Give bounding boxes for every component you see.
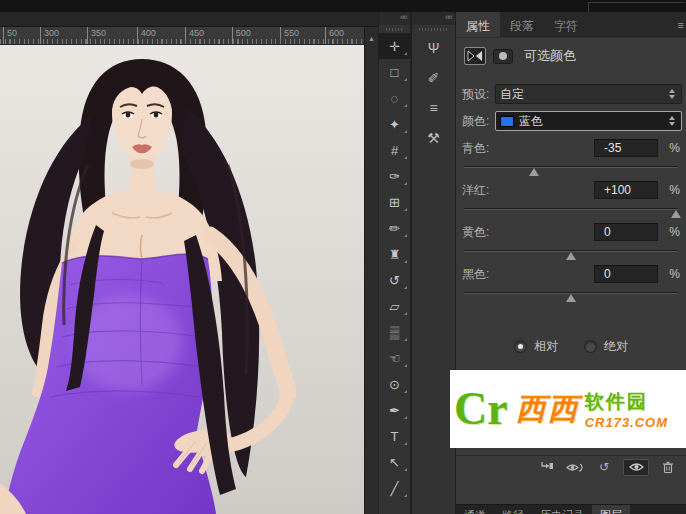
properties-tab-bar: 属性 段落 字符 ≡	[456, 12, 686, 38]
photoshop-window: 50 300 350 400 450 500 550	[0, 0, 686, 514]
dock-collapse-icon[interactable]: ««	[412, 12, 455, 25]
dodge-tool[interactable]: ⊙	[379, 371, 410, 397]
slider-value-input[interactable]: -35	[594, 139, 658, 157]
app-top-strip	[0, 0, 686, 12]
color-select[interactable]: 蓝色	[495, 111, 682, 131]
dock-panel-tab[interactable]: 历史记录	[532, 505, 592, 514]
slider-thumb[interactable]	[566, 294, 576, 302]
watermark-site-name: 西西	[516, 389, 580, 430]
rectangular-marquee-tool[interactable]: □	[379, 59, 410, 85]
view-previous-state-icon[interactable]	[565, 459, 585, 476]
dock-panel-tab[interactable]: 通道	[456, 505, 494, 514]
toolbar-collapse-icon[interactable]: ««	[379, 12, 410, 25]
panel-tab[interactable]: 字符	[544, 12, 588, 37]
slider-value-input[interactable]: 0	[594, 223, 658, 241]
slider-thumb[interactable]	[529, 168, 539, 176]
pen-tool[interactable]: ✒	[379, 397, 410, 423]
ruler-minor-ticks	[0, 39, 364, 44]
clone-source-panel-icon[interactable]: ≡	[412, 93, 455, 123]
document-tab-bar	[0, 12, 378, 27]
tool-presets-panel-icon[interactable]: ⚒	[412, 123, 455, 153]
panel-actions-bar: ↺	[456, 455, 686, 478]
eraser-tool[interactable]: ▱	[379, 293, 410, 319]
move-tool[interactable]: ✛	[379, 33, 410, 59]
gradient-tool[interactable]: ▒	[379, 319, 410, 345]
brush-tool[interactable]: ✏	[379, 215, 410, 241]
color-swatch	[500, 116, 514, 127]
slider-value-input[interactable]: 0	[594, 265, 658, 283]
select-arrows-icon	[669, 116, 677, 126]
path-selection-tool[interactable]: ↖	[379, 449, 410, 475]
adjustment-title: 可选颜色	[524, 47, 576, 65]
crop-tool[interactable]: #	[379, 137, 410, 163]
smudge-tool[interactable]: ☜	[379, 345, 410, 371]
select-arrows-icon	[669, 89, 677, 99]
reset-icon[interactable]: ↺	[594, 459, 614, 476]
watermark-site-suffix: 软件园	[585, 389, 668, 415]
radio-circle-icon[interactable]	[584, 340, 597, 353]
panel-tab[interactable]: 属性	[456, 12, 500, 37]
toolbar-grip[interactable]	[386, 28, 403, 31]
slider-track[interactable]	[464, 292, 678, 294]
layer-mask-icon[interactable]	[493, 49, 513, 64]
radio-circle-icon[interactable]	[514, 340, 527, 353]
slider-thumb[interactable]	[671, 210, 681, 218]
slider-thumb[interactable]	[566, 252, 576, 260]
yellow-slider: 黄色: 0 %	[456, 220, 686, 262]
cyan-slider: 青色: -35 %	[456, 136, 686, 178]
dock-grip[interactable]	[419, 28, 448, 31]
method-radio[interactable]: 相对	[514, 338, 558, 355]
line-tool[interactable]: ╱	[379, 475, 410, 501]
preset-select[interactable]: 自定	[495, 84, 682, 104]
panel-tab[interactable]: 段落	[500, 12, 544, 37]
slider-track[interactable]	[464, 208, 678, 210]
dock-panel-tab[interactable]: 图层	[592, 505, 630, 514]
healing-brush-tool[interactable]: ⊞	[379, 189, 410, 215]
brush-presets-panel-icon[interactable]: ✐	[412, 63, 455, 93]
photo-illustration	[0, 45, 364, 514]
clone-stamp-tool[interactable]: ♜	[379, 241, 410, 267]
brush-panel-icon[interactable]: Ψ	[412, 33, 455, 63]
lasso-tool[interactable]: ◌	[379, 85, 410, 111]
dock-panel-tab[interactable]: 路径	[494, 505, 532, 514]
magenta-slider: 洋红: +100 %	[456, 178, 686, 220]
tools-toolbar: «« ✛ □ ◌ ✦ #	[378, 12, 411, 514]
watermark-domain: CR173.COM	[585, 415, 668, 430]
preset-label: 预设:	[462, 86, 495, 103]
type-tool[interactable]: T	[379, 423, 410, 449]
panel-dock-top-edge	[588, 2, 685, 12]
delete-adjustment-trash-icon[interactable]	[658, 459, 678, 476]
color-label: 颜色:	[462, 113, 495, 130]
magic-wand-tool[interactable]: ✦	[379, 111, 410, 137]
watermark-logo: Cr	[454, 386, 508, 432]
horizontal-ruler: 50 300 350 400 450 500 550	[0, 27, 364, 45]
selective-color-badge-icon[interactable]	[464, 47, 486, 65]
black-slider: 黑色: 0 %	[456, 262, 686, 304]
panel-menu-icon[interactable]: ≡	[678, 19, 684, 31]
clip-to-layer-icon[interactable]	[536, 459, 556, 476]
canvas-photo	[0, 45, 364, 514]
slider-value-input[interactable]: +100	[594, 181, 658, 199]
watermark-banner: Cr 西西 软件园 CR173.COM	[450, 370, 686, 448]
toggle-visibility-eye-icon[interactable]	[623, 459, 649, 476]
method-radio[interactable]: 绝对	[584, 338, 628, 355]
scroll-up-icon[interactable]: ▲	[365, 27, 378, 42]
slider-track[interactable]	[464, 250, 678, 252]
slider-track[interactable]	[464, 166, 678, 168]
history-brush-tool[interactable]: ↺	[379, 267, 410, 293]
vertical-scrollbar[interactable]: ▲	[364, 27, 378, 514]
eyedropper-tool[interactable]: ✑	[379, 163, 410, 189]
